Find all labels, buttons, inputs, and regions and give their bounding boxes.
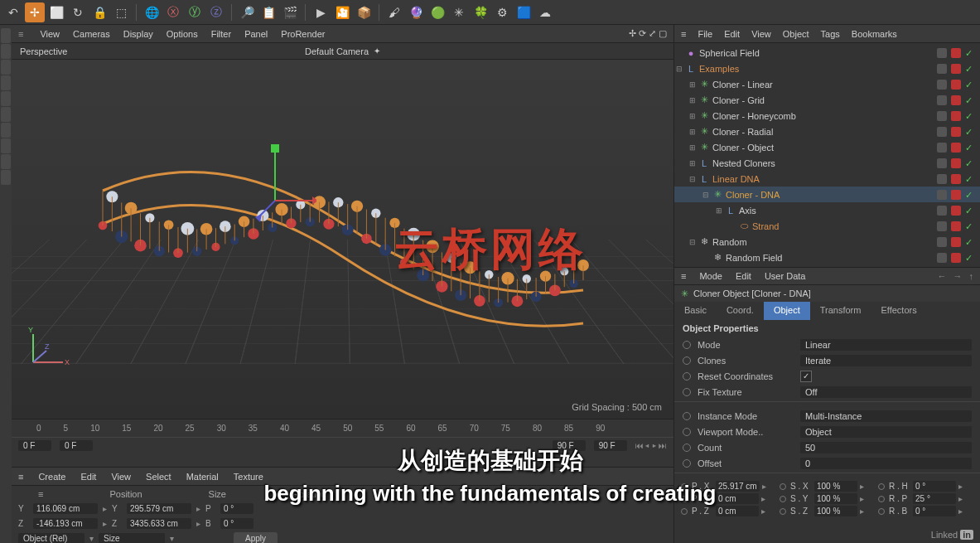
menu-edit[interactable]: Edit [736, 271, 751, 281]
hamburger-icon[interactable]: ≡ [38, 489, 43, 499]
left-tool[interactable] [1, 60, 11, 75]
toolbar-icon[interactable]: 🔒 [89, 2, 109, 22]
toolbar-icon[interactable]: ⓩ [206, 2, 226, 22]
property-value[interactable]: Iterate [800, 355, 972, 366]
menu-options[interactable]: Options [167, 29, 198, 39]
enable-check-icon[interactable]: ✓ [965, 95, 975, 105]
object-label[interactable]: Linear DNA [711, 174, 937, 184]
vp-icon[interactable]: ▢ [659, 28, 667, 38]
visibility-badge[interactable] [951, 253, 961, 263]
hamburger-icon[interactable]: ≡ [681, 271, 686, 281]
visibility-badge[interactable] [951, 127, 961, 137]
nav-back-icon[interactable]: ← [938, 271, 947, 281]
toolbar-icon[interactable]: ⓧ [163, 2, 183, 22]
layer-badge[interactable] [937, 64, 947, 74]
visibility-badge[interactable] [951, 95, 961, 105]
tree-row[interactable]: ❄Random Field✓ [674, 250, 980, 265]
object-label[interactable]: Axis [737, 206, 937, 216]
tab-coord[interactable]: Coord. [717, 302, 764, 320]
apply-button[interactable]: Apply [234, 532, 278, 544]
layer-badge[interactable] [937, 253, 947, 263]
vp-icon[interactable]: ✢ [629, 28, 636, 38]
camera-label[interactable]: Default Camera [305, 46, 369, 56]
expander-icon[interactable]: ⊞ [688, 128, 698, 136]
layer-badge[interactable] [937, 237, 947, 247]
object-label[interactable]: Spherical Field [698, 48, 937, 58]
menu-filter[interactable]: Filter [211, 29, 231, 39]
toolbar-icon[interactable]: ↶ [3, 2, 23, 22]
transform-value[interactable]: 0 ° [913, 506, 956, 516]
menu-panel[interactable]: Panel [244, 29, 268, 39]
anim-bullet-icon[interactable] [683, 356, 691, 365]
left-tool[interactable] [1, 91, 11, 106]
menu-cameras[interactable]: Cameras [73, 29, 110, 39]
layer-badge[interactable] [937, 158, 947, 168]
enable-check-icon[interactable]: ✓ [965, 48, 975, 58]
tab-object[interactable]: Object [764, 302, 810, 320]
object-label[interactable]: Cloner - Grid [711, 95, 937, 105]
transform-value[interactable]: 100 % [814, 493, 857, 504]
tab-effectors[interactable]: Effectors [871, 302, 926, 320]
menu-create[interactable]: Create [38, 472, 65, 482]
menu-edit[interactable]: Edit [80, 472, 96, 482]
coord-mode-size[interactable]: Size [99, 533, 165, 544]
enable-check-icon[interactable]: ✓ [965, 206, 975, 216]
left-tool[interactable] [1, 44, 11, 59]
tree-row[interactable]: ⊞✳Cloner - Grid✓ [674, 92, 980, 108]
anim-bullet-icon[interactable] [683, 341, 691, 349]
object-label[interactable]: Random Field [724, 253, 937, 263]
transform-value[interactable]: 100 % [814, 506, 857, 516]
enable-check-icon[interactable]: ✓ [965, 143, 975, 153]
coord-value[interactable]: 295.579 cm [127, 503, 191, 514]
toolbar-icon[interactable]: 🍀 [471, 2, 490, 22]
tree-row[interactable]: ⬭Strand✓ [674, 218, 980, 234]
anim-bullet-icon[interactable] [683, 444, 691, 452]
anim-bullet-icon[interactable] [683, 428, 691, 436]
transform-value[interactable]: 0 cm [716, 506, 759, 516]
left-tool[interactable] [1, 28, 11, 43]
frame-range-end[interactable]: 90 F [594, 440, 627, 451]
anim-bullet-icon[interactable] [683, 388, 691, 396]
nav-fwd-icon[interactable]: → [953, 271, 963, 281]
enable-check-icon[interactable]: ✓ [965, 158, 975, 168]
coord-mode-object[interactable]: Object (Rel) [18, 533, 84, 544]
left-tool[interactable] [1, 75, 11, 90]
timeline-ruler[interactable]: 051015202530354045505560657075808590 [12, 419, 673, 438]
expander-icon[interactable]: ⊟ [674, 65, 684, 73]
layer-badge[interactable] [937, 174, 947, 184]
property-value[interactable]: 50 [800, 442, 972, 453]
menu-file[interactable]: File [698, 29, 712, 39]
play-controls-icon[interactable]: ⏮ ◀ ▶ ⏭ [635, 441, 667, 450]
toolbar-icon[interactable]: ⓨ [185, 2, 205, 22]
toolbar-icon[interactable]: 🔎 [237, 2, 257, 22]
toolbar-icon[interactable]: ✢ [25, 2, 45, 22]
left-tool[interactable] [1, 123, 11, 138]
toolbar-icon[interactable]: ⬚ [111, 2, 131, 22]
menu-prorender[interactable]: ProRender [281, 29, 325, 39]
menu-texture[interactable]: Texture [234, 472, 263, 482]
property-value[interactable]: Multi-Instance [800, 410, 972, 422]
menu-bookmarks[interactable]: Bookmarks [852, 29, 897, 39]
property-value[interactable]: Off [800, 386, 972, 398]
anim-bullet-icon[interactable] [780, 508, 786, 515]
nav-up-icon[interactable]: ↑ [969, 271, 974, 281]
left-tool[interactable] [1, 138, 11, 153]
menu-view[interactable]: View [751, 29, 771, 39]
visibility-badge[interactable] [951, 190, 961, 200]
visibility-badge[interactable] [951, 64, 961, 74]
coord-value[interactable]: 3435.633 cm [127, 518, 191, 529]
object-label[interactable]: Cloner - Linear [711, 80, 937, 90]
enable-check-icon[interactable]: ✓ [965, 127, 975, 137]
anim-bullet-icon[interactable] [878, 496, 885, 502]
expander-icon[interactable]: ⊞ [688, 112, 698, 120]
menu-tags[interactable]: Tags [821, 29, 840, 39]
visibility-badge[interactable] [951, 158, 961, 168]
expander-icon[interactable]: ⊞ [688, 80, 698, 89]
toolbar-icon[interactable]: 🎦 [332, 2, 352, 22]
toolbar-icon[interactable]: 🎬 [280, 2, 300, 22]
coord-value[interactable]: 116.069 cm [33, 503, 98, 514]
layer-badge[interactable] [937, 190, 947, 200]
property-value[interactable]: 0 [800, 458, 972, 469]
tab-basic[interactable]: Basic [674, 302, 717, 320]
transform-value[interactable]: 0 ° [913, 481, 956, 492]
